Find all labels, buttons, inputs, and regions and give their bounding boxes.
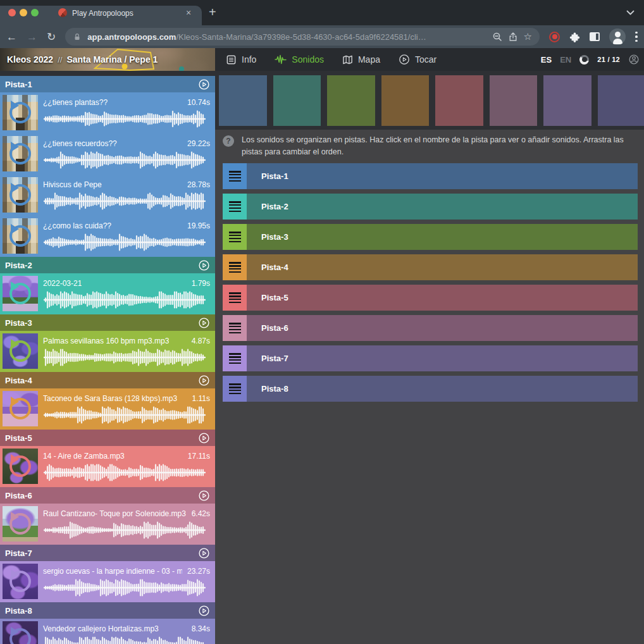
clip-thumbnail[interactable] [3,449,38,484]
bookmark-star-icon[interactable]: ☆ [524,31,532,42]
language-en-button[interactable]: EN [560,55,571,65]
clip-waveform[interactable] [43,290,206,311]
nav-tab-sonidos[interactable]: Sonidos [275,54,324,65]
sidebar-track-header[interactable]: Pista-5 [0,430,215,446]
clip-thumbnail[interactable] [3,218,38,254]
clip-waveform[interactable] [43,192,206,212]
sidebar-track-header[interactable]: Pista-8 [0,602,215,619]
side-panel-icon[interactable] [590,32,600,41]
clip-waveform[interactable] [43,463,206,483]
zoom-icon[interactable] [492,32,502,42]
address-bar[interactable]: app.antropoloops.com/Kleos-Santa-Marina/… [65,28,540,46]
sidebar-track-header[interactable]: Pista-1 [0,76,215,92]
track-row-body[interactable]: Pista-8 [247,376,638,402]
track-row-body[interactable]: Pista-2 [247,194,638,220]
menu-kebab-icon[interactable] [635,32,638,42]
track-row-pista-4[interactable]: Pista-4 [223,254,638,280]
tab-close-icon[interactable]: × [186,8,191,18]
clip-waveform[interactable] [43,348,206,368]
sound-clip[interactable]: Taconeo de Sara Baras (128 kbps).mp3 1.1… [0,388,215,430]
back-button[interactable]: ← [6,32,17,42]
clip-waveform[interactable] [43,109,206,130]
reload-button[interactable]: ↻ [47,32,56,42]
clip-thumbnail[interactable] [3,136,38,171]
close-window-button[interactable] [8,9,16,16]
sound-clip[interactable]: Raul Cantizano- Toque por Solenoide.mp3 … [0,504,215,545]
track-row-pista-5[interactable]: Pista-5 [223,285,638,311]
sound-clip[interactable]: sergio cuevas - la harpe indienne - 03 -… [0,561,215,602]
clip-waveform[interactable] [43,151,206,171]
track-row-body[interactable]: Pista-4 [247,254,638,280]
clip-thumbnail[interactable] [3,177,38,213]
tab-search-chevron-icon[interactable] [626,10,635,15]
clip-thumbnail[interactable] [3,564,38,599]
track-play-icon[interactable] [198,605,210,617]
track-swatch-pista-4[interactable] [381,75,430,126]
track-swatch-pista-5[interactable] [435,75,483,126]
track-play-icon[interactable] [198,490,210,502]
track-swatch-pista-2[interactable] [273,75,321,126]
track-play-icon[interactable] [198,375,210,387]
track-row-body[interactable]: Pista-7 [247,345,638,371]
new-tab-button[interactable]: + [209,5,216,20]
maximize-window-button[interactable] [31,9,39,16]
minimize-window-button[interactable] [20,9,27,16]
track-row-body[interactable]: Pista-6 [247,315,638,341]
account-icon[interactable] [628,54,640,65]
track-swatch-pista-8[interactable] [598,75,644,126]
sidebar-track-header[interactable]: Pista-2 [0,257,215,273]
track-row-pista-7[interactable]: Pista-7 [223,345,638,371]
clip-waveform[interactable] [43,578,206,598]
drag-handle[interactable] [223,224,247,250]
clip-thumbnail[interactable] [3,95,38,130]
track-row-pista-2[interactable]: Pista-2 [223,194,638,220]
track-swatch-pista-1[interactable] [219,75,267,126]
track-swatch-pista-6[interactable] [490,75,538,126]
track-play-icon[interactable] [198,78,210,90]
track-row-pista-8[interactable]: Pista-8 [223,376,638,402]
sidebar-track-header[interactable]: Pista-3 [0,314,215,331]
sidebar-track-header[interactable]: Pista-7 [0,545,215,561]
breadcrumb-project[interactable]: Kleos 2022 [7,54,53,65]
clip-thumbnail[interactable] [3,391,38,426]
profile-avatar[interactable] [609,28,626,45]
track-row-body[interactable]: Pista-5 [247,285,638,311]
drag-handle[interactable] [223,376,247,402]
clip-thumbnail[interactable] [3,506,38,542]
track-row-body[interactable]: Pista-3 [247,224,638,250]
sound-clip[interactable]: ¿¿como las cuida?? 19.95s [0,216,215,257]
sidebar-track-header[interactable]: Pista-6 [0,487,215,504]
clip-thumbnail[interactable] [3,333,38,369]
track-swatch-pista-3[interactable] [327,75,375,126]
drag-handle[interactable] [223,163,247,189]
clip-thumbnail[interactable] [3,621,38,644]
sound-clip[interactable]: Hiviscus de Pepe 28.78s [0,175,215,216]
forward-button[interactable]: → [27,32,37,42]
share-icon[interactable] [508,32,518,42]
record-extension-icon[interactable] [549,32,560,42]
track-row-pista-3[interactable]: Pista-3 [223,224,638,250]
extensions-puzzle-icon[interactable] [569,32,580,42]
drag-handle[interactable] [223,254,247,280]
clip-waveform[interactable] [43,406,206,426]
sound-clip[interactable]: Palmas sevillanas 160 bpm mp3.mp3 4.87s [0,331,215,372]
drag-handle[interactable] [223,194,247,220]
language-es-button[interactable]: ES [541,55,552,65]
sound-clip[interactable]: Vendedor callejero Hortalizas.mp3 8.34s [0,619,215,644]
tab-title[interactable]: Play Antropoloops [72,9,176,18]
url-text[interactable]: app.antropoloops.com/Kleos-Santa-Marina/… [87,32,486,42]
track-row-pista-1[interactable]: Pista-1 [223,163,638,189]
track-play-icon[interactable] [198,547,210,559]
clip-waveform[interactable] [43,636,206,644]
track-swatch-pista-7[interactable] [543,75,591,126]
track-row-body[interactable]: Pista-1 [247,163,638,189]
track-play-icon[interactable] [198,317,210,329]
track-play-icon[interactable] [198,259,210,271]
track-row-pista-6[interactable]: Pista-6 [223,315,638,341]
clip-waveform[interactable] [43,521,206,541]
drag-handle[interactable] [223,285,247,311]
sound-clip[interactable]: ¿¿tienes plantas?? 10.74s [0,92,215,133]
sound-clip[interactable]: 14 - Aire de Zamba.mp3 17.11s [0,446,215,487]
drag-handle[interactable] [223,345,247,371]
clip-thumbnail[interactable] [3,276,38,311]
